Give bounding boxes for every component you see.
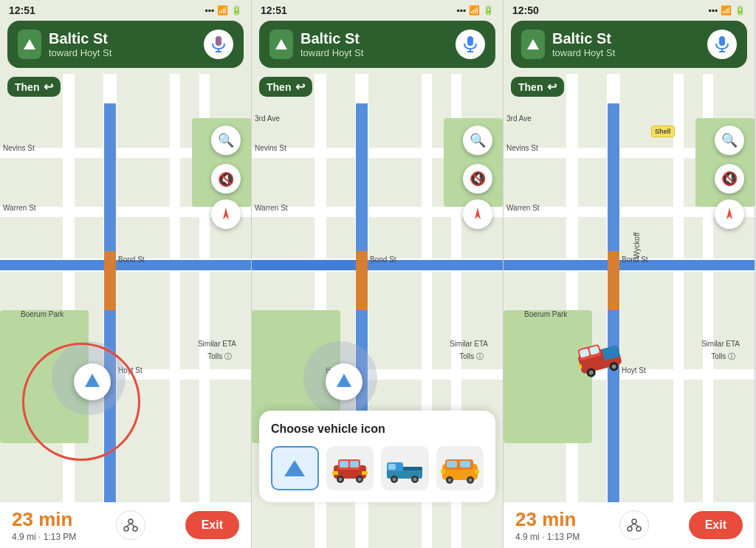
compass-icon-2 [470, 206, 486, 222]
park-left-3 [504, 310, 592, 443]
svg-rect-11 [467, 36, 473, 46]
search-button-3[interactable]: 🔍 [715, 126, 744, 155]
warren-label-2: Warren St [255, 204, 288, 212]
svg-rect-35 [447, 461, 457, 467]
then-label-1: Then ↩ [7, 77, 61, 97]
svg-point-58 [628, 527, 632, 531]
nav-street-2: Baltic St [300, 30, 363, 47]
nav-text-3: Baltic St toward Hoyt St [552, 30, 615, 58]
status-bar-1: 12:51 ▪▪▪ 📶 🔋 [0, 0, 251, 21]
nav-dot-2 [326, 363, 362, 400]
search-button-2[interactable]: 🔍 [463, 126, 492, 155]
svg-rect-24 [362, 471, 368, 475]
svg-rect-41 [441, 470, 445, 473]
svg-point-8 [133, 527, 137, 531]
compass-button-1[interactable] [211, 199, 241, 229]
mute-icon-1: 🔇 [218, 171, 234, 187]
yellow-suv-icon [441, 452, 479, 484]
compass-button-3[interactable] [715, 199, 744, 229]
panel-3: Shell Nevins St Warren St Bond St Hoyt S… [504, 0, 755, 548]
exit-button-3[interactable]: Exit [689, 511, 743, 539]
road-3rd-v [170, 74, 180, 548]
route-options-button-1[interactable] [116, 510, 145, 540]
eta-time-1: 23 min [12, 508, 76, 531]
mic-button-2[interactable] [456, 30, 485, 59]
svg-point-22 [357, 478, 361, 482]
nav-banner-2: Baltic St toward Hoyt St [259, 21, 495, 68]
svg-point-40 [468, 479, 472, 482]
then-turn-arrow-2: ↩ [295, 80, 305, 94]
bottom-bar-1: 23 min 4.9 mi · 1:13 PM Exit [0, 502, 251, 548]
svg-point-57 [632, 519, 636, 524]
svg-point-59 [636, 527, 641, 531]
wifi-icon-2: 📶 [469, 5, 480, 16]
similar-eta-label: Similar ETA [198, 340, 236, 348]
mic-button-1[interactable] [204, 30, 233, 59]
status-time-1: 12:51 [9, 4, 35, 16]
exit-button-1[interactable]: Exit [185, 511, 239, 539]
nav-banner-left-3: Baltic St toward Hoyt St [521, 30, 615, 59]
vehicle-option-red-car[interactable] [326, 446, 374, 490]
compass-icon-3 [721, 206, 738, 222]
route-icon-3 [626, 517, 642, 533]
tolls-label: Tolls ⓘ [207, 352, 232, 362]
mic-button-3[interactable] [707, 30, 737, 59]
then-label-2: Then ↩ [259, 77, 312, 97]
nav-arrow-dot-2 [337, 374, 351, 387]
svg-point-20 [338, 478, 342, 482]
mic-icon-2 [463, 35, 478, 53]
warren-label: Warren St [3, 204, 36, 212]
mute-button-2[interactable]: 🔇 [463, 164, 492, 193]
battery-icon-1: 🔋 [231, 5, 242, 16]
status-icons-3: ▪▪▪ 📶 🔋 [708, 5, 746, 16]
svg-line-60 [630, 524, 634, 527]
nav-text-1: Baltic St toward Hoyt St [49, 30, 111, 58]
nav-banner-1: Baltic St toward Hoyt St [7, 21, 244, 68]
then-turn-arrow-1: ↩ [44, 80, 53, 94]
vehicle-option-arrow[interactable] [271, 446, 319, 490]
svg-rect-42 [475, 470, 479, 473]
panel-1: Nevins St Warren St Bond St Hoyt St Boer… [0, 0, 252, 548]
wifi-icon-3: 📶 [721, 5, 732, 16]
similar-eta-label-2: Similar ETA [450, 340, 488, 348]
nevins-label: Nevins St [3, 144, 35, 152]
svg-point-32 [413, 478, 417, 482]
route-icon-1 [123, 517, 139, 533]
highlight-circle-1 [22, 343, 140, 461]
eta-details-1: 4.9 mi · 1:13 PM [12, 532, 76, 542]
svg-marker-46 [726, 208, 732, 219]
svg-point-30 [393, 478, 396, 482]
compass-button-2[interactable] [463, 199, 492, 229]
svg-point-6 [128, 519, 133, 524]
svg-marker-14 [475, 208, 481, 219]
bottom-bar-3: 23 min 4.9 mi · 1:13 PM Exit [504, 502, 755, 548]
svg-rect-23 [332, 471, 338, 475]
route-options-button-3[interactable] [619, 510, 649, 540]
search-button-1[interactable]: 🔍 [211, 126, 241, 155]
eta-time-3: 23 min [515, 508, 580, 531]
nav-street-1: Baltic St [49, 30, 111, 47]
vehicle-option-suv[interactable] [436, 446, 484, 490]
route-orange-2 [356, 251, 368, 310]
status-time-3: 12:50 [512, 4, 539, 16]
mic-icon-3 [715, 35, 729, 53]
nav-toward-3: toward Hoyt St [552, 47, 615, 58]
up-arrow-1 [24, 39, 35, 49]
tolls-label-2: Tolls ⓘ [459, 352, 484, 362]
svg-rect-18 [350, 461, 359, 467]
signal-icon-2: ▪▪▪ [456, 5, 466, 16]
status-icons-1: ▪▪▪ 📶 🔋 [205, 5, 242, 16]
nav-dot-inner-2 [326, 363, 362, 400]
nevins-label-2: Nevins St [255, 144, 286, 152]
up-arrow-2 [275, 39, 287, 49]
vehicle-option-truck[interactable] [381, 446, 428, 490]
blue-truck-icon [385, 452, 424, 484]
mute-button-3[interactable]: 🔇 [715, 164, 744, 193]
eta-info-1: 23 min 4.9 mi · 1:13 PM [12, 508, 76, 542]
road-3rd-v3 [673, 74, 684, 548]
nav-toward-2: toward Hoyt St [300, 47, 363, 58]
nav-text-2: Baltic St toward Hoyt St [300, 30, 363, 58]
mute-button-1[interactable]: 🔇 [211, 164, 241, 193]
signal-icon-3: ▪▪▪ [708, 5, 718, 16]
tolls-label-3: Tolls ⓘ [711, 352, 735, 362]
